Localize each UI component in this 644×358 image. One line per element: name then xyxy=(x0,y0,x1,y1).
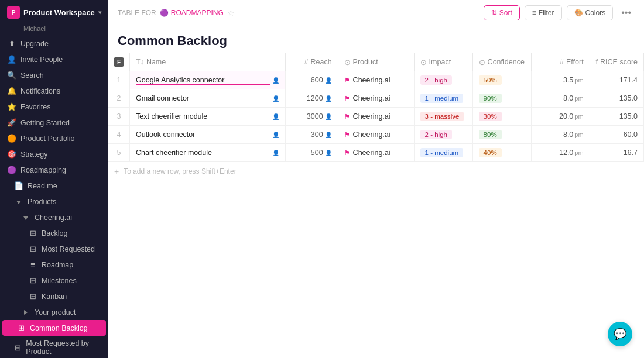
cell-num-2: 2 xyxy=(108,90,130,108)
impact-badge: 2 - high xyxy=(420,75,452,85)
cell-num-4: 4 xyxy=(108,126,130,144)
strategy-label: Strategy xyxy=(20,150,48,159)
cell-confidence-3: 30% xyxy=(472,108,531,126)
table-body: 1Google Analytics connector👤600 👤⚑Cheeri… xyxy=(108,71,644,162)
reach-hash-icon: # xyxy=(304,58,309,66)
add-row-plus-icon: + xyxy=(114,167,119,176)
sidebar-item-most-requested-product[interactable]: ⊟Most Requested by Product xyxy=(0,336,108,358)
sidebar-item-cheering-ai[interactable]: Cheering.ai xyxy=(0,209,108,225)
cell-rice-1: 171.4 xyxy=(590,71,643,90)
table-row[interactable]: 1Google Analytics connector👤600 👤⚑Cheeri… xyxy=(108,71,644,90)
filter-button[interactable]: ≡ Filter xyxy=(525,5,562,20)
backlog-table: F T↕ Name # Reach xyxy=(108,53,644,162)
common-backlog-label: Common Backlog xyxy=(30,324,88,332)
products-expand-icon xyxy=(16,201,21,204)
th-product-label: Product xyxy=(353,58,378,66)
sidebar-item-products[interactable]: Products xyxy=(0,194,108,209)
roadmap-icon: ≡ xyxy=(28,260,37,269)
th-product[interactable]: ⊙ Product xyxy=(338,53,414,71)
more-button[interactable]: ••• xyxy=(618,5,635,21)
add-row-hint[interactable]: + To add a new row, press Shift+Enter xyxy=(108,162,644,181)
cell-effort-1: 3.5 pm xyxy=(531,71,590,90)
sidebar-nav: ⬆Upgrade👤Invite People🔍Search🔔Notificati… xyxy=(0,36,108,358)
colors-icon: 🎨 xyxy=(574,9,583,17)
most-requested-label: Most Requested xyxy=(42,245,95,253)
sidebar-item-favorites[interactable]: ⭐Favorites xyxy=(0,99,108,115)
cell-name-3[interactable]: Text cheerifier module👤 xyxy=(130,108,286,126)
reach-user-icon: 👤 xyxy=(325,113,332,120)
sidebar-item-most-requested[interactable]: ⊟Most Requested xyxy=(0,241,108,257)
reach-user-icon: 👤 xyxy=(325,95,332,102)
sort-button[interactable]: ⇅ Sort xyxy=(484,5,520,20)
colors-button[interactable]: 🎨 Colors xyxy=(567,5,614,20)
table-row[interactable]: 5Chart cheerifier module👤500 👤⚑Cheering.… xyxy=(108,144,644,162)
cell-confidence-4: 80% xyxy=(472,126,531,144)
workspace-header[interactable]: P Product Workspace ▾ xyxy=(0,0,108,25)
sidebar-item-your-product[interactable]: Your product xyxy=(0,304,108,320)
sort-label: Sort xyxy=(499,9,512,17)
sidebar-item-roadmapping[interactable]: 🟣Roadmapping xyxy=(0,162,108,178)
row-name-text: Chart cheerifier module xyxy=(136,149,270,157)
backlog-icon: ⊞ xyxy=(28,229,37,237)
table-wrapper: F T↕ Name # Reach xyxy=(108,53,644,358)
sidebar-item-invite[interactable]: 👤Invite People xyxy=(0,51,108,67)
products-label: Products xyxy=(28,198,56,206)
th-rice-label: RICE score xyxy=(600,58,638,66)
cell-rice-4: 60.0 xyxy=(590,126,643,144)
cell-name-4[interactable]: Outlook connector👤 xyxy=(130,126,286,144)
th-reach[interactable]: # Reach xyxy=(285,53,338,71)
sidebar-item-milestones[interactable]: ⊞Milestones xyxy=(0,273,108,288)
cell-name-1[interactable]: Google Analytics connector👤 xyxy=(130,71,286,90)
sidebar-item-roadmap[interactable]: ≡Roadmap xyxy=(0,257,108,273)
cell-name-2[interactable]: Gmail connector👤 xyxy=(130,90,286,108)
th-reach-label: Reach xyxy=(310,58,331,66)
table-row[interactable]: 3Text cheerifier module👤3000 👤⚑Cheering.… xyxy=(108,108,644,126)
th-name[interactable]: T↕ Name xyxy=(130,53,286,71)
product-name: Cheering.ai xyxy=(353,130,390,139)
user-icon: 👤 xyxy=(272,77,279,84)
th-confidence[interactable]: ⊙ Confidence xyxy=(472,53,531,71)
cheering-ai-icon xyxy=(21,213,30,222)
chat-icon: 💬 xyxy=(614,328,626,340)
workspace-chevron[interactable]: ▾ xyxy=(98,9,101,16)
read-me-icon: 📄 xyxy=(14,181,23,190)
cell-effort-3: 20.0 pm xyxy=(531,108,590,126)
th-impact[interactable]: ⊙ Impact xyxy=(414,53,472,71)
sidebar-item-upgrade[interactable]: ⬆Upgrade xyxy=(0,36,108,51)
sidebar-item-strategy[interactable]: 🎯Strategy xyxy=(0,146,108,162)
favorite-star[interactable]: ☆ xyxy=(227,8,235,18)
sidebar-item-notifications[interactable]: 🔔Notifications xyxy=(0,83,108,99)
cell-reach-1: 600 👤 xyxy=(285,71,338,90)
confidence-badge: 30% xyxy=(479,112,502,121)
confidence-badge: 40% xyxy=(479,148,502,157)
chat-bubble[interactable]: 💬 xyxy=(608,322,632,346)
th-effort[interactable]: # Effort xyxy=(531,53,590,71)
confidence-icon-th: ⊙ xyxy=(479,58,485,67)
sidebar-item-common-backlog[interactable]: ⊞Common Backlog xyxy=(2,320,106,336)
workspace-user: Michael xyxy=(0,25,108,36)
user-icon: 👤 xyxy=(272,95,279,102)
table-row[interactable]: 2Gmail connector👤1200 👤⚑Cheering.ai1 - m… xyxy=(108,90,644,108)
cell-name-5[interactable]: Chart cheerifier module👤 xyxy=(130,144,286,162)
cell-confidence-5: 40% xyxy=(472,144,531,162)
sidebar-item-read-me[interactable]: 📄Read me xyxy=(0,178,108,194)
sidebar-item-kanban[interactable]: ⊞Kanban xyxy=(0,288,108,304)
sidebar-item-getting-started[interactable]: 🚀Getting Started xyxy=(0,115,108,130)
cheering-ai-expand-icon xyxy=(23,216,28,220)
user-icon: 👤 xyxy=(272,113,279,120)
most-requested-product-icon: ⊟ xyxy=(14,343,22,352)
most-requested-icon: ⊟ xyxy=(28,245,37,253)
roadmap-label: ROADMAPPING xyxy=(171,9,224,17)
cell-effort-5: 12.0 pm xyxy=(531,144,590,162)
cell-impact-2: 1 - medium xyxy=(414,90,472,108)
sidebar-item-search[interactable]: 🔍Search xyxy=(0,67,108,83)
sidebar-item-backlog[interactable]: ⊞Backlog xyxy=(0,225,108,241)
reach-user-icon: 👤 xyxy=(325,132,332,138)
cell-product-2: ⚑Cheering.ai xyxy=(338,90,414,108)
cell-rice-3: 135.0 xyxy=(590,108,643,126)
kanban-icon: ⊞ xyxy=(28,292,37,301)
th-rice[interactable]: f RICE score xyxy=(590,53,643,71)
table-row[interactable]: 4Outlook connector👤300 👤⚑Cheering.ai2 - … xyxy=(108,126,644,144)
product-icon-th: ⊙ xyxy=(344,58,351,67)
sidebar-item-product-portfolio[interactable]: 🟠Product Portfolio xyxy=(0,130,108,146)
